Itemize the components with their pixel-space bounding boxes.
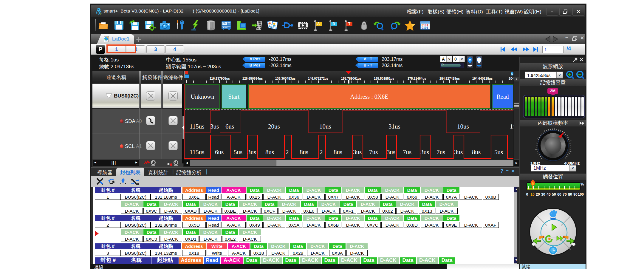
svg-text:+: + (100, 12, 102, 15)
svg-text:A: A (317, 22, 320, 26)
svg-text:0101: 0101 (422, 26, 428, 30)
svg-text:B: B (332, 22, 335, 26)
svg-text:T: T (348, 22, 351, 26)
